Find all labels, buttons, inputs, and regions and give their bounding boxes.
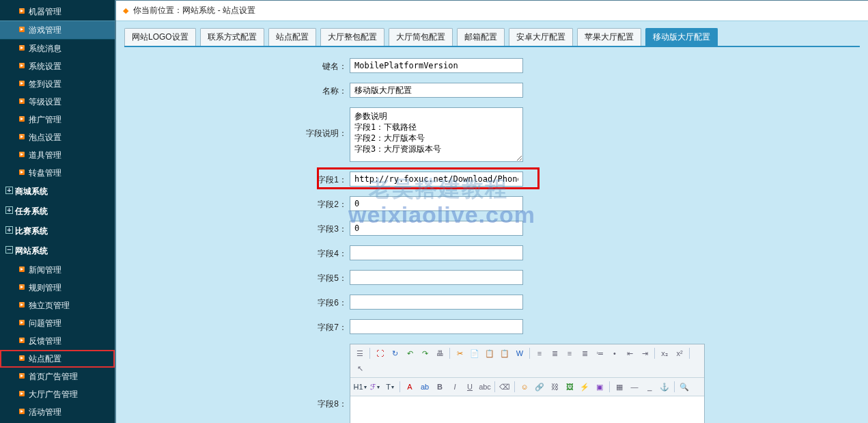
anchor-icon[interactable]: ⚓	[658, 380, 671, 394]
outdent-icon[interactable]: ⇤	[623, 346, 636, 360]
input-f7[interactable]	[350, 319, 523, 334]
bold-icon[interactable]: B	[433, 380, 447, 394]
sidebar-item-7[interactable]: ▸泡点设置	[0, 128, 115, 146]
arrow-icon: ▸	[19, 116, 25, 122]
tab-label: 站点配置	[276, 32, 309, 42]
align-left-icon[interactable]: ≡	[533, 346, 546, 360]
italic-icon[interactable]: I	[448, 380, 462, 394]
expand-icon: −	[5, 246, 13, 254]
undo-icon[interactable]: ↶	[403, 346, 417, 360]
tab-5[interactable]: 邮箱配置	[457, 28, 505, 46]
fontcolor-icon[interactable]: A	[403, 380, 417, 394]
breadcrumb: ◆ 你当前位置：网站系统 - 站点设置	[116, 1, 868, 21]
tab-2[interactable]: 站点配置	[268, 28, 316, 46]
sidebar-item-9[interactable]: ▸转盘管理	[0, 164, 115, 182]
sidebar-web-item-8[interactable]: ▸活动管理	[0, 403, 115, 421]
indent-icon[interactable]: ⇥	[638, 346, 652, 360]
sidebar-item-label: 游戏管理	[29, 25, 61, 35]
paste-text-icon[interactable]: 📋	[498, 346, 512, 360]
sidebar-item-label: 站点配置	[29, 354, 61, 364]
align-center-icon[interactable]: ≣	[548, 346, 561, 360]
copy-icon[interactable]: 📄	[468, 346, 481, 360]
sidebar-group-3[interactable]: −网站系统	[0, 241, 115, 261]
sidebar-item-2[interactable]: ▸系统消息	[0, 40, 115, 57]
sidebar-web-item-6[interactable]: ▸首页广告管理	[0, 368, 115, 385]
unlink-icon[interactable]: ⛓	[548, 380, 561, 394]
smiley-icon[interactable]: ☺	[518, 380, 531, 394]
sidebar-web-item-2[interactable]: ▸独立页管理	[0, 297, 115, 314]
find-icon[interactable]: 🔍	[677, 380, 691, 394]
sidebar-web-item-7[interactable]: ▸大厅广告管理	[0, 385, 115, 403]
sidebar-item-0[interactable]: ▸机器管理	[0, 3, 115, 21]
heading-dd[interactable]: H1	[353, 380, 367, 394]
source-icon[interactable]: ☰	[353, 346, 367, 360]
sidebar-item-label: 规则管理	[29, 283, 61, 292]
input-f1[interactable]	[350, 172, 523, 187]
input-f5[interactable]	[350, 270, 523, 285]
sidebar-item-5[interactable]: ▸等级设置	[0, 93, 115, 111]
paste-icon[interactable]: 📋	[483, 346, 496, 360]
align-justify-icon[interactable]: ≣	[578, 346, 591, 360]
tab-label: 大厅整包配置	[328, 32, 377, 42]
image-icon[interactable]: 🖼	[563, 380, 576, 394]
sidebar-group-2[interactable]: +比赛系统	[0, 221, 115, 241]
sidebar-item-8[interactable]: ▸道具管理	[0, 146, 115, 164]
paste-word-icon[interactable]: W	[513, 346, 527, 360]
page-break-icon[interactable]: ⎯	[643, 380, 656, 394]
sidebar-web-item-0[interactable]: ▸新闻管理	[0, 261, 115, 279]
cut-icon[interactable]: ✂	[453, 346, 466, 360]
input-f2[interactable]	[350, 196, 523, 211]
label-desc: 字段说明：	[124, 107, 350, 139]
table-icon[interactable]: ▦	[613, 380, 626, 394]
tab-3[interactable]: 大厅整包配置	[320, 28, 384, 46]
strike-icon[interactable]: abc	[478, 380, 492, 394]
underline-icon[interactable]: U	[463, 380, 477, 394]
tab-0[interactable]: 网站LOGO设置	[124, 28, 196, 46]
sidebar-item-4[interactable]: ▸签到设置	[0, 75, 115, 93]
arrow-icon: ▸	[19, 320, 25, 325]
input-f4[interactable]	[350, 245, 523, 260]
sub-icon[interactable]: x₂	[658, 346, 671, 360]
editor-toolbar-row1: ☰⛶↻↶↷🖶✂📄📋📋W≡≣≡≣≔•⇤⇥x₂x²↖	[350, 344, 704, 378]
tab-8[interactable]: 移动版大厅配置	[645, 28, 718, 46]
refresh-icon[interactable]: ↻	[388, 346, 402, 360]
size-dd[interactable]: T	[383, 380, 397, 394]
sidebar-group-0[interactable]: +商城系统	[0, 182, 115, 202]
align-right-icon[interactable]: ≡	[563, 346, 576, 360]
print-icon[interactable]: 🖶	[433, 346, 447, 360]
sidebar-group-1[interactable]: +任务系统	[0, 202, 115, 221]
link-icon[interactable]: 🔗	[533, 380, 546, 394]
fullscreen-icon[interactable]: ⛶	[373, 346, 387, 360]
sidebar-web-item-1[interactable]: ▸规则管理	[0, 279, 115, 297]
sidebar-web-item-3[interactable]: ▸问题管理	[0, 314, 115, 332]
breadcrumb-prefix: 你当前位置：	[133, 5, 182, 15]
sup-icon[interactable]: x²	[673, 346, 686, 360]
sidebar-item-3[interactable]: ▸系统设置	[0, 57, 115, 75]
list-num-icon[interactable]: ≔	[593, 346, 606, 360]
hr-icon[interactable]: —	[628, 380, 641, 394]
textarea-desc[interactable]	[350, 107, 523, 162]
tab-7[interactable]: 苹果大厅配置	[577, 28, 641, 46]
tab-6[interactable]: 安卓大厅配置	[509, 28, 573, 46]
media-icon[interactable]: ▣	[593, 380, 606, 394]
sidebar-web-item-4[interactable]: ▸反馈管理	[0, 332, 115, 350]
bgcolor-icon[interactable]: ab	[418, 380, 432, 394]
input-f3[interactable]	[350, 221, 523, 236]
font-dd[interactable]: ℱ	[368, 380, 382, 394]
arrow-icon: ▸	[19, 81, 25, 86]
input-keyname[interactable]	[350, 58, 523, 73]
input-name[interactable]	[350, 83, 523, 98]
tab-1[interactable]: 联系方式配置	[200, 28, 264, 46]
tab-4[interactable]: 大厅简包配置	[389, 28, 453, 46]
list-bullet-icon[interactable]: •	[608, 346, 621, 360]
flash-icon[interactable]: ⚡	[578, 380, 591, 394]
input-f6[interactable]	[350, 295, 523, 310]
remove-format-icon[interactable]: ⌫	[498, 380, 512, 394]
sidebar-item-1[interactable]: ▸游戏管理	[0, 21, 115, 40]
sidebar-item-6[interactable]: ▸推广管理	[0, 111, 115, 128]
editor-body[interactable]	[350, 396, 704, 423]
sidebar-item-label: 反馈管理	[29, 336, 61, 346]
select-icon[interactable]: ↖	[353, 361, 367, 375]
sidebar-web-item-5[interactable]: ▸站点配置	[0, 350, 115, 368]
redo-icon[interactable]: ↷	[418, 346, 432, 360]
